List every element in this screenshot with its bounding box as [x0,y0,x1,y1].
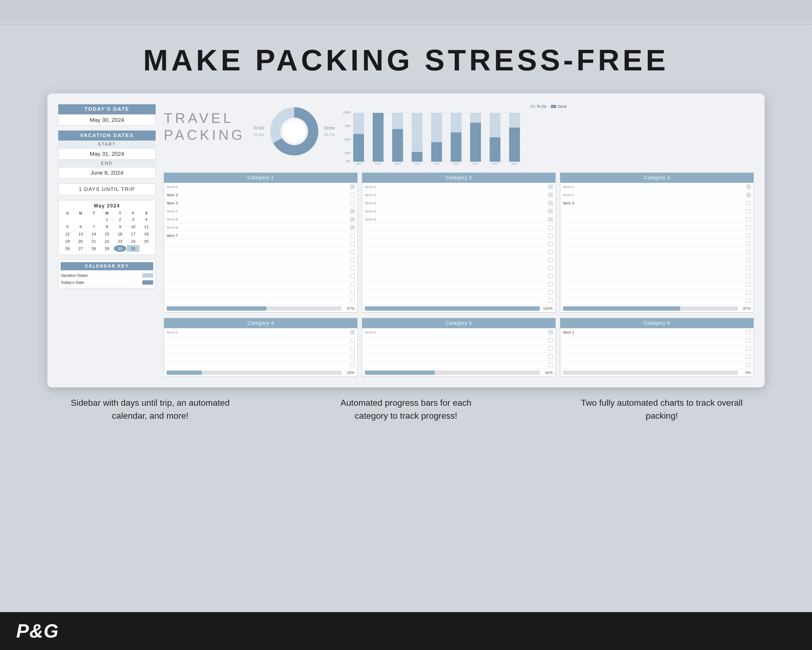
progress-bar-fill [167,306,266,310]
item-row [362,232,556,240]
category-header: Category 4 [164,318,357,328]
item-checkbox[interactable] [350,362,354,367]
item-checkbox[interactable]: ✓ [746,193,751,197]
item-checkbox[interactable] [746,201,751,205]
item-checkbox[interactable]: ✓ [350,209,354,213]
item-row [560,297,754,305]
item-row [164,240,357,248]
item-checkbox[interactable] [746,209,751,213]
item-checkbox[interactable] [548,266,553,270]
item-checkbox[interactable] [548,225,553,230]
item-checkbox[interactable] [746,274,751,278]
main-area: TRAVEL PACKING To Do 33.3% [164,104,754,377]
item-checkbox[interactable] [350,242,354,246]
item-checkbox[interactable]: ✓ [548,330,553,335]
svg-rect-37 [509,128,520,162]
item-row [362,272,556,280]
item-checkbox[interactable] [350,250,354,254]
item-checkbox[interactable] [350,274,354,278]
item-checkbox[interactable] [746,266,751,270]
item-checkbox[interactable] [746,250,751,254]
svg-text:Cat 3: Cat 3 [395,162,401,164]
category-header: Category 5 [362,318,556,328]
item-checkbox[interactable] [746,282,751,286]
today-date-label: TODAY'S DATE [58,104,156,114]
item-checkbox[interactable] [746,362,751,367]
item-row [362,248,556,256]
item-checkbox[interactable] [548,250,553,254]
item-checkbox[interactable]: ✓ [350,185,354,189]
legend-done: Done [551,104,566,109]
end-label: END [58,159,156,167]
feature-card: TODAY'S DATE May 30, 2024 VACATION DATES… [47,93,765,388]
key-label: Vacation Dates [61,273,88,278]
item-checkbox[interactable]: ✓ [350,225,354,230]
svg-text:25%: 25% [345,151,351,154]
item-checkbox[interactable] [746,258,751,262]
item-checkbox[interactable] [746,330,751,335]
item-row [560,256,754,264]
item-checkbox[interactable] [548,355,553,359]
item-checkbox[interactable] [746,290,751,295]
item-checkbox[interactable]: ✓ [548,193,553,197]
item-checkbox[interactable] [548,290,553,295]
item-checkbox[interactable]: ✓ [548,217,553,222]
item-checkbox[interactable] [746,234,751,238]
item-row: Item 1✓ [362,183,556,191]
item-row: Item 5✓ [164,215,357,223]
today-date-value: May 30, 2024 [58,114,156,126]
item-row: Item 2✓ [362,191,556,199]
item-checkbox[interactable] [746,217,751,222]
item-checkbox[interactable]: ✓ [548,209,553,213]
cal-day: 28 [87,245,100,252]
item-text: Item 2 [563,193,574,197]
cal-day: 16 [114,231,127,237]
item-checkbox[interactable] [350,282,354,286]
item-row [560,248,754,256]
item-checkbox[interactable]: ✓ [350,330,354,335]
svg-rect-22 [412,152,423,162]
item-checkbox[interactable] [746,242,751,246]
item-checkbox[interactable] [350,346,354,351]
item-checkbox[interactable] [350,266,354,270]
item-row [560,207,754,215]
item-row [560,215,754,223]
item-checkbox[interactable] [548,258,553,262]
item-checkbox[interactable]: ✓ [548,185,553,189]
item-checkbox[interactable] [350,298,354,303]
item-checkbox[interactable] [350,193,354,197]
cal-day: 19 [61,238,74,245]
item-checkbox[interactable]: ✓ [548,201,553,205]
item-checkbox[interactable]: ✓ [746,185,751,189]
item-row [560,272,754,280]
item-checkbox[interactable] [548,274,553,278]
item-text: Item 6 [167,225,178,230]
item-checkbox[interactable] [548,338,553,343]
item-checkbox[interactable]: ✓ [350,217,354,222]
category-block: Category 3Item 1✓Item 2✓Item 367% [560,173,754,312]
item-checkbox[interactable] [746,355,751,359]
item-checkbox[interactable] [548,298,553,303]
item-checkbox[interactable] [350,201,354,205]
item-checkbox[interactable] [350,355,354,359]
bar-legend: To Do Done [343,104,754,109]
item-checkbox[interactable] [350,290,354,295]
item-checkbox[interactable] [746,338,751,343]
item-checkbox[interactable] [548,346,553,351]
svg-rect-13 [353,134,364,162]
todo-label: To Do [253,126,264,130]
item-checkbox[interactable] [548,234,553,238]
item-row: Item 1✓ [560,183,754,191]
item-checkbox[interactable] [548,282,553,286]
item-checkbox[interactable] [350,338,354,343]
cal-day: 8 [101,223,113,230]
progress-label: 40% [542,370,553,375]
item-checkbox[interactable] [746,225,751,230]
item-checkbox[interactable] [746,346,751,351]
item-checkbox[interactable] [350,234,354,238]
item-checkbox[interactable] [350,258,354,262]
item-checkbox[interactable] [746,298,751,303]
category-header: Category 2 [362,173,556,183]
item-checkbox[interactable] [548,362,553,367]
item-checkbox[interactable] [548,242,553,246]
